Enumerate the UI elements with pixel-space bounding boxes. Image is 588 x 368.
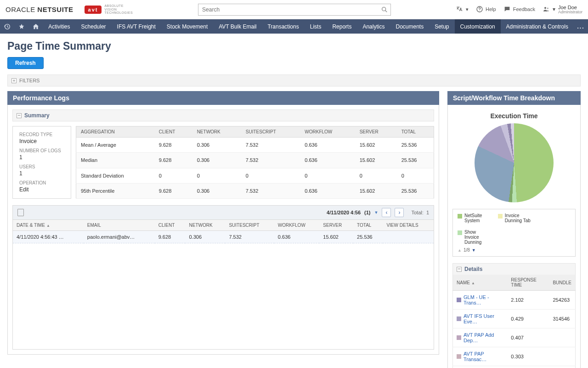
details-row: AVT IFS User Eve…0.429314546 [453, 310, 576, 328]
legend-row: NetSuite SystemInvoice Dunning TabShow I… [458, 213, 571, 245]
user-role-icon [543, 6, 550, 13]
favorites-icon[interactable] [14, 19, 28, 34]
menu-item-reports[interactable]: Reports [327, 19, 357, 34]
details-row: AVT PAP Add Inv…0.017 [453, 366, 576, 368]
log-header-cell[interactable]: DATE & TIME▲ [13, 220, 84, 231]
agg-header-cell: WORKFLOW [300, 126, 355, 138]
agg-header-cell: NETWORK [192, 126, 241, 138]
menu-item-avt-bulk-email[interactable]: AVT Bulk Email [213, 19, 262, 34]
pager-prev-button[interactable]: ‹ [382, 208, 391, 217]
agg-header-cell: TOTAL [397, 126, 434, 138]
log-header-cell[interactable]: WORKFLOW [274, 220, 319, 231]
agg-cell: 0.636 [300, 153, 355, 168]
details-header[interactable]: – Details [452, 263, 576, 275]
legend-item[interactable]: Show Invoice Dunning [458, 230, 492, 245]
svg-point-4 [544, 7, 546, 9]
menu-item-transactions[interactable]: Transactions [262, 19, 304, 34]
details-name-link[interactable]: GLM - UE - Trans… [457, 294, 503, 305]
legend-label: Show Invoice Dunning [464, 230, 492, 245]
summary-row: RECORD TYPE Invoice NUMBER OF LOGS 1 USE… [12, 126, 434, 199]
menu-item-documents[interactable]: Documents [390, 19, 429, 34]
menu-item-scheduler[interactable]: Scheduler [76, 19, 112, 34]
details-header-cell[interactable]: NAME▲ [453, 275, 508, 291]
details-header-cell[interactable]: BUNDLE [549, 275, 575, 291]
svg-point-3 [480, 11, 480, 11]
pie-wrap [452, 123, 576, 202]
details-bundle [549, 347, 575, 366]
breakdown-body: Execution Time NetSuite SystemInvoice Du… [447, 105, 581, 368]
record-type-value: Invoice [19, 138, 64, 144]
user-menu[interactable]: ▾ Joe Doe Administrator [543, 5, 582, 15]
pager-count: (1) [364, 210, 370, 215]
home-icon[interactable] [28, 19, 43, 34]
search-icon[interactable] [381, 6, 388, 15]
log-row[interactable]: 4/11/2020 4:56:43 …paolo.ermani@abv…9.62… [13, 231, 434, 243]
details-name-link[interactable]: AVT PAP Add Dep… [457, 332, 503, 343]
legend-page-indicator: 1/8 [464, 247, 470, 253]
details-title: Details [464, 266, 482, 272]
sort-asc-icon: ▲ [471, 281, 475, 285]
details-table: NAME▲RESPONSE TIMEBUNDLE GLM - UE - Tran… [452, 275, 576, 368]
details-name-link[interactable]: AVT PAP Transac… [457, 351, 503, 362]
agg-cell: 25.536 [397, 153, 434, 168]
details-name-link[interactable]: AVT IFS User Eve… [457, 313, 503, 324]
pager-next-button[interactable]: › [395, 208, 404, 217]
agg-cell: 7.532 [241, 138, 300, 153]
legend-next-icon[interactable]: ▼ [472, 248, 476, 253]
legend-item[interactable]: NetSuite System [458, 213, 492, 223]
filters-label: FILTERS [19, 78, 40, 83]
log-cell: 9.628 [155, 231, 186, 243]
menu-overflow[interactable]: ... [574, 19, 588, 34]
menu-item-lists[interactable]: Lists [305, 19, 327, 34]
num-logs-label: NUMBER OF LOGS [19, 148, 64, 153]
details-header-cell[interactable]: RESPONSE TIME [507, 275, 549, 291]
legend-item[interactable]: Invoice Dunning Tab [498, 213, 532, 223]
help-link[interactable]: Help [476, 6, 496, 13]
menu-item-stock-movement[interactable]: Stock Movement [161, 19, 213, 34]
details-name-text: AVT IFS User Eve… [464, 313, 503, 324]
agg-cell: 15.602 [355, 183, 397, 198]
menu-item-analytics[interactable]: Analytics [357, 19, 390, 34]
menu-item-administration-controls[interactable]: Administration & Controls [501, 19, 574, 34]
avt-tagline: ABSOLUTE VISION TECHNOLOGIES [104, 4, 133, 15]
avt-line2: VISION [104, 8, 133, 12]
log-header-cell[interactable]: SUITESCRIPT [225, 220, 274, 231]
menu-item-ifs-avt-freight[interactable]: IFS AVT Freight [112, 19, 161, 34]
agg-cell: 9.628 [154, 138, 192, 153]
menu-item-customization[interactable]: Customization [455, 19, 501, 34]
details-response-time: 0.407 [507, 328, 549, 347]
log-header-cell[interactable]: CLIENT [155, 220, 186, 231]
performance-logs-header: Performance Logs [7, 91, 439, 105]
export-icon[interactable] [17, 209, 24, 216]
pager-dropdown-icon[interactable]: ▼ [374, 210, 379, 215]
log-header-cell[interactable]: VIEW DETAILS [383, 220, 434, 231]
menu-item-setup[interactable]: Setup [429, 19, 454, 34]
user-text: Joe Doe Administrator [558, 5, 582, 15]
agg-cell: Standard Deviation [76, 168, 154, 183]
log-cell: 25.536 [353, 231, 383, 243]
refresh-button[interactable]: Refresh [7, 57, 44, 69]
agg-cell: 0 [397, 168, 434, 183]
summary-header[interactable]: – Summary [12, 109, 434, 121]
log-header-cell[interactable]: TOTAL [353, 220, 383, 231]
language-switcher[interactable]: ▾ [456, 6, 469, 13]
agg-cell: 25.536 [397, 183, 434, 198]
log-header-cell[interactable]: SERVER [319, 220, 353, 231]
menu-item-activities[interactable]: Activities [43, 19, 75, 34]
agg-cell: 0 [154, 168, 192, 183]
total-label-text: Total: [411, 210, 423, 215]
translate-icon [456, 6, 464, 13]
agg-cell: 9.628 [154, 153, 192, 168]
filters-bar[interactable]: + FILTERS [7, 75, 581, 86]
agg-cell: 0 [192, 168, 241, 183]
log-header-cell[interactable]: EMAIL [84, 220, 155, 231]
summary-meta: RECORD TYPE Invoice NUMBER OF LOGS 1 USE… [12, 126, 71, 199]
search-input[interactable] [198, 4, 391, 16]
recent-records-icon[interactable] [0, 19, 14, 34]
agg-row: Standard Deviation000000 [76, 168, 434, 183]
details-row: GLM - UE - Trans…2.102254263 [453, 291, 576, 310]
log-header-cell[interactable]: NETWORK [185, 220, 225, 231]
feedback-link[interactable]: Feedback [503, 6, 535, 13]
svg-line-1 [385, 10, 387, 12]
legend-prev-icon[interactable]: ▲ [458, 248, 462, 253]
